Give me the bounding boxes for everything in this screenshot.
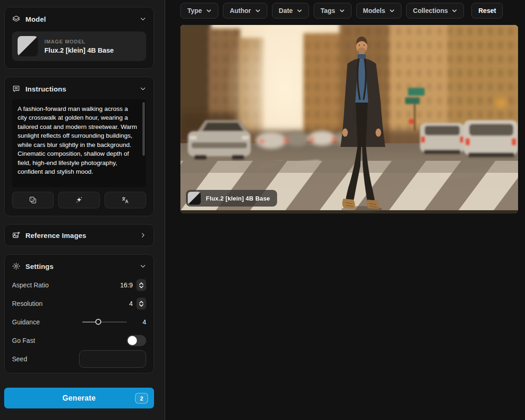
- message-icon: [12, 85, 20, 93]
- resolution-row: Resolution 4: [12, 294, 146, 313]
- filter-type-button[interactable]: Type: [180, 3, 218, 18]
- translate-icon: [121, 196, 130, 204]
- chevron-down-icon: [255, 8, 260, 13]
- filter-models-button[interactable]: Models: [356, 3, 401, 18]
- filter-collections-label: Collections: [413, 7, 448, 14]
- instructions-panel-title: Instructions: [25, 85, 66, 93]
- seed-row: Seed: [12, 350, 146, 368]
- guidance-slider-knob[interactable]: [95, 319, 101, 325]
- resolution-value: 4: [129, 300, 133, 307]
- aspect-ratio-stepper[interactable]: [136, 279, 146, 291]
- resolution-stepper[interactable]: [136, 298, 146, 310]
- guidance-label: Guidance: [12, 318, 82, 326]
- chevron-down-icon: [340, 8, 345, 13]
- layers-icon: [12, 15, 20, 23]
- reset-filters-button[interactable]: Reset: [471, 3, 503, 18]
- go-fast-label: Go Fast: [12, 337, 127, 344]
- filter-models-label: Models: [363, 7, 385, 14]
- random-prompt-button[interactable]: [12, 192, 54, 208]
- sparkles-icon: [75, 196, 83, 204]
- image-model-badge-label: Flux.2 [klein] 4B Base: [206, 195, 270, 202]
- settings-panel: Settings Aspect Ratio 16:9 Resolution: [4, 254, 154, 373]
- model-panel: Model IMAGE MODEL Flux.2 [klein] 4B Base: [4, 7, 154, 69]
- generated-photo-illustration: [180, 25, 518, 213]
- reference-images-title: Reference Images: [25, 231, 86, 239]
- settings-panel-header[interactable]: Settings: [12, 262, 146, 270]
- filter-author-label: Author: [230, 7, 251, 14]
- model-panel-title: Model: [25, 15, 46, 23]
- gear-icon: [12, 262, 20, 270]
- chevron-down-icon: [206, 8, 211, 13]
- generated-image[interactable]: Flux.2 [klein] 4B Base: [180, 25, 518, 213]
- model-thumbnail-icon: [18, 36, 38, 56]
- enhance-prompt-button[interactable]: [58, 192, 100, 208]
- chevron-down-icon: [297, 8, 302, 13]
- generate-button-label: Generate: [62, 394, 96, 402]
- main-content: Type Author Date Tags Models Collections…: [165, 0, 525, 420]
- generate-button[interactable]: Generate 2: [4, 388, 154, 408]
- filter-collections-button[interactable]: Collections: [406, 3, 464, 18]
- model-type-label: IMAGE MODEL: [44, 39, 114, 44]
- model-panel-header[interactable]: Model: [12, 15, 146, 23]
- chevron-down-icon[interactable]: [140, 85, 146, 92]
- reset-label: Reset: [478, 7, 496, 14]
- dice-icon: [29, 196, 37, 204]
- model-name: Flux.2 [klein] 4B Base: [44, 47, 114, 54]
- chevron-down-icon: [452, 8, 457, 13]
- chevron-down-icon[interactable]: [140, 263, 146, 269]
- image-plus-icon: [12, 231, 20, 239]
- aspect-ratio-label: Aspect Ratio: [12, 281, 120, 289]
- model-thumbnail-icon: [188, 192, 201, 205]
- go-fast-row: Go Fast: [12, 331, 146, 350]
- resolution-label: Resolution: [12, 300, 129, 307]
- image-model-badge: Flux.2 [klein] 4B Base: [186, 190, 277, 207]
- aspect-ratio-value: 16:9: [120, 281, 133, 289]
- instructions-panel-header[interactable]: Instructions: [12, 85, 146, 93]
- sidebar: Model IMAGE MODEL Flux.2 [klein] 4B Base…: [0, 0, 165, 420]
- filter-date-button[interactable]: Date: [272, 3, 309, 18]
- prompt-textarea[interactable]: A fashion-forward man walking across a c…: [12, 99, 146, 187]
- reference-images-panel: Reference Images: [4, 224, 154, 246]
- aspect-ratio-row: Aspect Ratio 16:9: [12, 276, 146, 294]
- go-fast-toggle[interactable]: [127, 335, 146, 346]
- guidance-slider[interactable]: [82, 319, 127, 325]
- filter-bar: Type Author Date Tags Models Collections…: [180, 3, 525, 18]
- settings-panel-title: Settings: [25, 262, 54, 270]
- reference-images-header[interactable]: Reference Images: [12, 231, 146, 239]
- prompt-scrollbar-thumb[interactable]: [142, 102, 145, 156]
- instructions-panel: Instructions A fashion-forward man walki…: [4, 77, 154, 216]
- chevron-down-icon[interactable]: [140, 16, 146, 22]
- seed-label: Seed: [12, 355, 79, 363]
- filter-tags-button[interactable]: Tags: [314, 3, 352, 18]
- guidance-row: Guidance 4: [12, 313, 146, 331]
- filter-type-label: Type: [187, 7, 202, 14]
- generate-count-badge: 2: [135, 393, 148, 403]
- model-card[interactable]: IMAGE MODEL Flux.2 [klein] 4B Base: [12, 31, 146, 61]
- chevron-right-icon[interactable]: [140, 232, 146, 238]
- chevron-down-icon: [389, 8, 395, 13]
- filter-tags-label: Tags: [321, 7, 335, 14]
- guidance-value: 4: [141, 318, 146, 326]
- seed-input[interactable]: [79, 350, 146, 368]
- filter-date-label: Date: [279, 7, 293, 14]
- translate-prompt-button[interactable]: [105, 192, 146, 208]
- filter-author-button[interactable]: Author: [223, 3, 267, 18]
